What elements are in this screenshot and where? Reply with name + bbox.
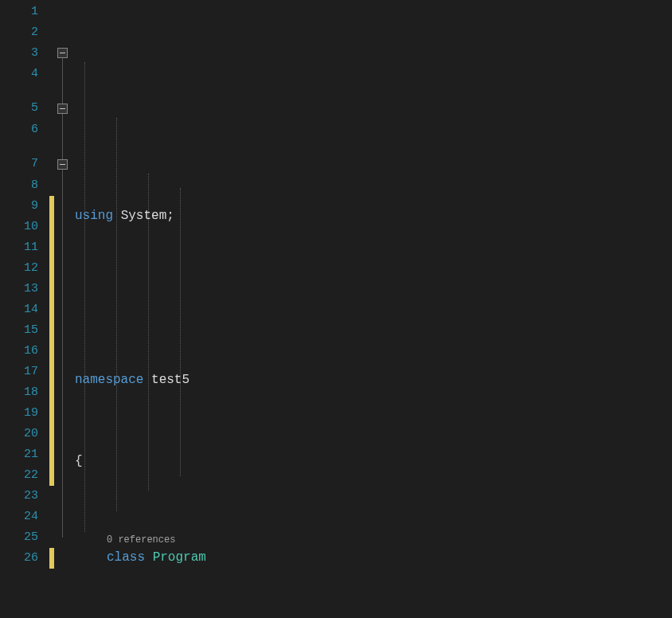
line-number: 13 <box>0 279 38 299</box>
change-marker <box>49 362 54 382</box>
keyword: using <box>75 209 113 223</box>
code-line[interactable]: using System; <box>75 205 672 226</box>
line-number: 1 <box>0 2 38 22</box>
codelens-references[interactable]: 0 references <box>107 533 175 547</box>
change-marker <box>49 444 54 465</box>
line-number: 7 <box>0 140 38 175</box>
fold-toggle-icon[interactable] <box>57 104 68 114</box>
line-number: 25 <box>0 527 38 548</box>
change-marker <box>49 465 54 486</box>
line-number: 19 <box>0 403 38 424</box>
line-number: 15 <box>0 320 38 341</box>
code-area[interactable]: using System; namespace test5 { 0 refere… <box>75 0 672 618</box>
line-number: 17 <box>0 362 38 382</box>
line-number: 2 <box>0 22 38 43</box>
change-marker <box>49 217 54 237</box>
change-marker <box>49 341 54 362</box>
line-number: 12 <box>0 258 38 279</box>
code-line[interactable]: namespace test5 <box>75 370 672 390</box>
line-number: 5 <box>0 84 38 119</box>
line-number: 22 <box>0 465 38 486</box>
line-number: 16 <box>0 341 38 362</box>
line-number: 10 <box>0 217 38 237</box>
line-number: 23 <box>0 486 38 507</box>
line-number: 26 <box>0 548 38 569</box>
line-number: 3 <box>0 43 38 64</box>
line-number: 21 <box>0 444 38 465</box>
change-marker <box>49 237 54 258</box>
code-editor[interactable]: 1 2 3 4 5 6 7 8 9 10 11 12 13 14 15 16 1… <box>0 0 672 618</box>
change-marker <box>49 258 54 279</box>
indent-guide <box>180 188 181 476</box>
line-number: 20 <box>0 424 38 444</box>
line-number: 24 <box>0 507 38 527</box>
line-number: 4 <box>0 64 38 84</box>
type-name: Program <box>153 550 206 565</box>
change-marker <box>49 424 54 444</box>
code-line[interactable]: 0 references class Program <box>75 533 672 568</box>
line-number: 18 <box>0 382 38 403</box>
keyword: namespace <box>75 373 143 387</box>
change-marker <box>49 320 54 341</box>
change-marker <box>49 279 54 299</box>
code-line[interactable] <box>75 287 672 308</box>
code-folding-column <box>56 0 75 618</box>
fold-toggle-icon[interactable] <box>57 48 68 58</box>
change-marker <box>49 382 54 403</box>
change-indicator-column <box>49 0 56 618</box>
line-number: 8 <box>0 175 38 196</box>
fold-toggle-icon[interactable] <box>57 159 68 170</box>
line-number: 11 <box>0 237 38 258</box>
line-number: 14 <box>0 299 38 320</box>
change-marker <box>49 196 54 217</box>
line-number: 9 <box>0 196 38 217</box>
change-marker <box>49 548 54 569</box>
identifier: System <box>121 209 167 223</box>
line-number: 6 <box>0 119 38 140</box>
change-marker <box>49 299 54 320</box>
code-line[interactable]: { <box>75 451 672 471</box>
namespace-name: test5 <box>151 373 189 387</box>
change-marker <box>49 403 54 424</box>
line-number-gutter: 1 2 3 4 5 6 7 8 9 10 11 12 13 14 15 16 1… <box>0 0 49 618</box>
keyword: class <box>107 550 145 565</box>
